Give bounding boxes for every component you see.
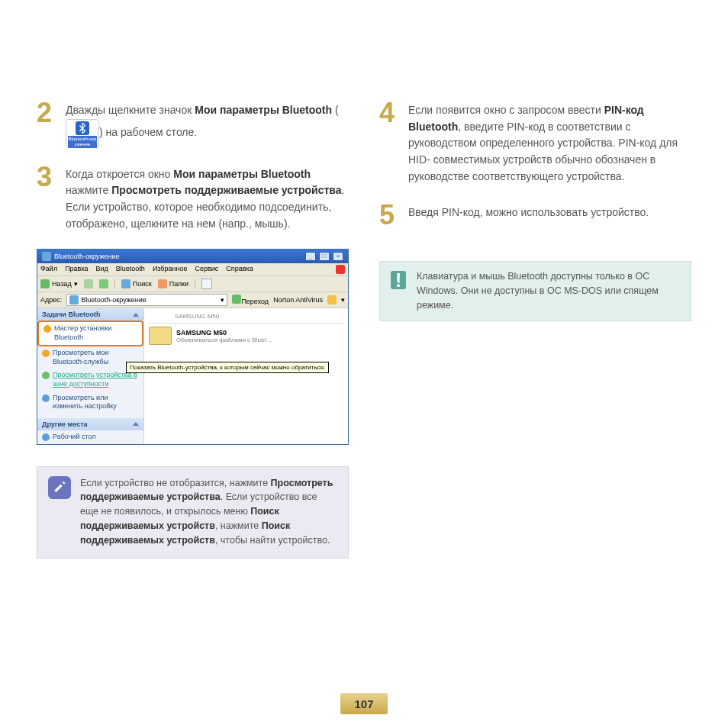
bold: Мои параметры Bluetooth xyxy=(173,168,311,180)
menu-item[interactable]: Избранное xyxy=(153,265,188,274)
window-menubar: Файл Правка Вид Bluetooth Избранное Серв… xyxy=(37,263,348,276)
step-body: Когда откроется окно Мои параметры Bluet… xyxy=(66,163,349,233)
step-5: 5 Введя PIN-код, можно использовать устр… xyxy=(379,201,691,229)
step-3: 3 Когда откроется окно Мои параметры Blu… xyxy=(37,163,349,233)
bluetooth-desktop-icon: Bluetooth-окр ужение xyxy=(66,119,99,147)
note-text: Если устройство не отобразится, нажмите … xyxy=(80,476,337,548)
label: Задачи Bluetooth xyxy=(42,311,100,318)
address-bar-row: Адрес: Bluetooth-окружение ▾ Переход Nor… xyxy=(37,292,348,308)
text: ) на рабочем столе. xyxy=(99,125,197,137)
step-4: 4 Если появится окно с запросом ввести P… xyxy=(379,99,691,185)
alert-text: Клавиатура и мышь Bluetooth доступны тол… xyxy=(417,269,680,312)
menu-item[interactable]: Сервис xyxy=(195,265,219,274)
bluetooth-icon xyxy=(69,295,79,304)
step-body: Если появится окно с запросом ввести PIN… xyxy=(408,99,691,185)
bullet-icon xyxy=(42,395,50,402)
pencil-note-icon xyxy=(48,476,71,499)
device-name: SAMSUNG M50 xyxy=(176,329,272,337)
sidebar-item-desktop[interactable]: Рабочий стол xyxy=(37,430,143,444)
address-input[interactable]: Bluetooth-окружение ▾ xyxy=(66,294,227,306)
up-button[interactable] xyxy=(99,279,108,288)
window-titlebar: Bluetooth-окружение _ □ × xyxy=(37,250,348,263)
norton-label: Norton AntiVirus xyxy=(273,296,323,304)
label: Просмотреть устройства в зоне доступност… xyxy=(53,371,139,388)
menu-item[interactable]: Вид xyxy=(96,265,108,274)
menu-item[interactable]: Правка xyxy=(65,265,88,274)
step-2: 2 Дважды щелкните значок Мои параметры B… xyxy=(37,99,349,147)
main-area: SAMSUNG M50 SAMSUNG M50 Обмениваться фай… xyxy=(144,308,348,443)
sidebar-item-settings[interactable]: Просмотреть или изменить настройку xyxy=(37,391,143,414)
left-column: 2 Дважды щелкните значок Мои параметры B… xyxy=(37,99,349,559)
forward-button[interactable] xyxy=(84,279,93,288)
column-header: SAMSUNG M50 xyxy=(149,313,343,324)
go-arrow-icon xyxy=(232,295,241,304)
right-column: 4 Если появится окно с запросом ввести P… xyxy=(379,99,691,559)
window-toolbar: Назад ▾ Поиск Папки xyxy=(37,276,348,292)
bluetooth-icon xyxy=(76,121,89,135)
minimize-button[interactable]: _ xyxy=(305,252,316,261)
windows-flag-icon xyxy=(336,265,345,274)
maximize-button[interactable]: □ xyxy=(319,252,330,261)
device-subtitle: Обмениваться файлами с Bluet… xyxy=(176,337,272,343)
norton-icon xyxy=(327,295,337,304)
bullet-icon xyxy=(42,350,50,357)
label: Мастер установки Bluetooth xyxy=(54,324,137,342)
search-icon xyxy=(121,279,130,288)
alert-box: ! Клавиатура и мышь Bluetooth доступны т… xyxy=(379,261,691,321)
step-number: 5 xyxy=(379,201,401,229)
address-value: Bluetooth-окружение xyxy=(81,296,147,304)
bold: Мои параметры Bluetooth xyxy=(195,104,332,116)
bold: Просмотреть поддерживаемые устройства xyxy=(111,184,341,196)
menu-item[interactable]: Справка xyxy=(226,265,253,274)
label: Поиск xyxy=(133,280,152,288)
step-number: 3 xyxy=(37,163,58,191)
text: ( xyxy=(332,104,339,116)
sidebar-item-setup-wizard[interactable]: Мастер установки Bluetooth xyxy=(37,321,143,346)
bullet-icon xyxy=(43,325,51,333)
sidebar-header: Задачи Bluetooth xyxy=(37,308,143,321)
folder-icon xyxy=(149,327,172,345)
device-item[interactable]: SAMSUNG M50 Обмениваться файлами с Bluet… xyxy=(149,327,343,345)
window-title: Bluetooth-окружение xyxy=(54,253,120,260)
step-body: Дважды щелкните значок Мои параметры Blu… xyxy=(66,99,349,147)
search-button[interactable]: Поиск xyxy=(121,279,152,288)
sidebar: Задачи Bluetooth Мастер установки Blueto… xyxy=(37,308,144,443)
address-label: Адрес: xyxy=(40,296,62,304)
bullet-icon xyxy=(42,372,50,379)
collapse-icon[interactable] xyxy=(133,422,139,426)
label: Назад xyxy=(52,280,72,288)
explorer-window: Bluetooth-окружение _ □ × Файл Правка Ви… xyxy=(37,249,349,444)
menu-item[interactable]: Bluetooth xyxy=(116,265,145,274)
go-button[interactable]: Переход xyxy=(232,295,269,305)
note-box: Если устройство не отобразится, нажмите … xyxy=(37,466,349,559)
text: , нажмите xyxy=(215,520,262,531)
menu-item[interactable]: Файл xyxy=(40,265,57,274)
text: Если появится окно с запросом ввести xyxy=(408,104,604,116)
folders-button[interactable]: Папки xyxy=(158,279,188,288)
desktop-icon xyxy=(42,433,50,441)
close-button[interactable]: × xyxy=(333,252,343,261)
label: Другие места xyxy=(42,420,88,428)
exclamation-icon: ! xyxy=(391,269,406,291)
label: Просмотреть или изменить настройку xyxy=(53,394,139,411)
text: , чтобы найти устройство. xyxy=(215,535,330,546)
label: Рабочий стол xyxy=(53,433,96,442)
back-arrow-icon xyxy=(40,279,50,288)
text: Дважды щелкните значок xyxy=(66,104,195,116)
text: Когда откроется окно xyxy=(66,168,173,180)
bluetooth-icon xyxy=(42,252,51,261)
back-button[interactable]: Назад ▾ xyxy=(40,279,78,288)
label: Папки xyxy=(169,280,188,288)
folders-icon xyxy=(158,279,167,288)
text: Если устройство не отобразится, нажмите xyxy=(80,478,271,488)
label: Переход xyxy=(241,298,269,305)
sidebar-header-other: Другие места xyxy=(37,418,143,430)
step-number: 2 xyxy=(37,99,58,127)
bluetooth-label: Bluetooth-окр ужение xyxy=(68,136,97,148)
text: нажмите xyxy=(66,184,111,196)
tooltip: Показать Bluetooth-устройства, к которым… xyxy=(126,362,329,373)
step-body: Введя PIN-код, можно использовать устрой… xyxy=(408,201,649,221)
step-number: 4 xyxy=(379,99,401,127)
view-dropdown[interactable] xyxy=(201,279,212,289)
collapse-icon[interactable] xyxy=(133,313,139,317)
